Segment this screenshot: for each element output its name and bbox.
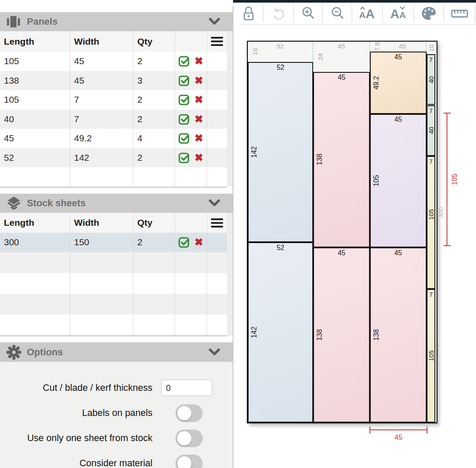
- stock-sheet-diagram[interactable]: 16 52 52 142 52 142 24 45 45 138 45 138 …: [247, 41, 437, 423]
- labels-on-panels-toggle[interactable]: [175, 404, 203, 422]
- svg-text:A: A: [390, 7, 399, 21]
- panel-7x105[interactable]: 7 105: [427, 289, 435, 422]
- cell-qty[interactable]: 2: [133, 52, 175, 71]
- delete-row-icon[interactable]: ✖: [194, 114, 203, 124]
- cell-width[interactable]: 45: [70, 71, 133, 91]
- cell-length[interactable]: 52: [0, 148, 70, 168]
- ruler-icon: [450, 5, 469, 22]
- cell-width[interactable]: 7: [70, 110, 133, 129]
- stock-table-gutter: [227, 213, 233, 336]
- cell-width[interactable]: 150: [70, 233, 133, 252]
- delete-row-icon[interactable]: ✖: [194, 56, 203, 66]
- one-sheet-toggle[interactable]: [175, 429, 203, 447]
- cell-width[interactable]: 142: [70, 148, 133, 168]
- panels-section-header[interactable]: Panels: [0, 12, 233, 31]
- delete-row-icon[interactable]: ✖: [194, 94, 203, 105]
- panel-45x138[interactable]: 45 138: [313, 247, 370, 422]
- undo-button[interactable]: [270, 5, 287, 22]
- zoom-in-button[interactable]: [300, 5, 316, 22]
- labels-on-panels-label: Labels on panels: [0, 408, 152, 419]
- confirm-row-button[interactable]: [178, 94, 190, 105]
- table-row-empty[interactable]: [0, 315, 227, 335]
- cutlist-optimizer-app: { "sidebar": { "panels_section": { "titl…: [0, 0, 476, 468]
- delete-row-icon[interactable]: ✖: [194, 75, 203, 86]
- decrease-font-button[interactable]: A A: [389, 5, 408, 22]
- cell-length[interactable]: 40: [0, 110, 70, 129]
- panel-45x105-selected[interactable]: 45 105: [370, 114, 427, 247]
- table-row: 40 7 2 ✖: [0, 110, 227, 129]
- stock-section-header[interactable]: Stock sheets: [0, 194, 233, 213]
- cut-column: 16 52 52 142 52 142: [248, 42, 313, 422]
- confirm-row-button[interactable]: [178, 133, 190, 144]
- panel-45x138[interactable]: 45 138: [313, 72, 370, 247]
- stock-sheets-icon: [6, 195, 22, 211]
- chevron-down-icon[interactable]: [208, 198, 221, 208]
- stock-section-title: Stock sheets: [27, 198, 208, 209]
- cell-length[interactable]: 138: [0, 71, 70, 91]
- cell-qty[interactable]: 2: [133, 233, 175, 252]
- consider-material-toggle[interactable]: [175, 455, 203, 468]
- panels-menu-button[interactable]: [207, 31, 227, 52]
- delete-row-icon[interactable]: ✖: [194, 237, 203, 247]
- table-row: 138 45 3 ✖: [0, 71, 227, 91]
- panel-45x49.2[interactable]: 45 49.2: [370, 52, 427, 114]
- table-row-empty[interactable]: [0, 294, 227, 315]
- confirm-row-button[interactable]: [178, 75, 190, 86]
- cell-length[interactable]: 45: [0, 129, 70, 148]
- check-icon: [178, 152, 190, 163]
- lock-button[interactable]: [240, 5, 257, 22]
- panel-7x40[interactable]: 7 40: [427, 105, 435, 156]
- colors-button[interactable]: [420, 5, 437, 22]
- ruler-button[interactable]: [450, 5, 469, 22]
- cell-qty[interactable]: 3: [133, 71, 175, 91]
- confirm-row-button[interactable]: [178, 114, 190, 125]
- cell-qty[interactable]: 2: [133, 90, 175, 110]
- zoom-in-icon: [300, 5, 316, 22]
- cell-length[interactable]: 105: [0, 90, 70, 110]
- panel-height-label: 138: [372, 329, 380, 341]
- cell-qty[interactable]: 2: [133, 110, 175, 129]
- panel-width-label: 45: [314, 74, 369, 81]
- panel-45x138[interactable]: 45 138: [370, 247, 427, 422]
- table-row-empty[interactable]: [0, 252, 227, 273]
- increase-font-button[interactable]: A A: [358, 5, 376, 22]
- toolbar-separator: [352, 5, 352, 22]
- cell-qty[interactable]: 2: [133, 148, 175, 168]
- palette-icon: [420, 5, 437, 22]
- kerf-input[interactable]: [161, 380, 212, 396]
- column-header-qty: Qty: [133, 213, 175, 233]
- panel-width-label: 52: [249, 244, 312, 252]
- chevron-down-icon[interactable]: [208, 348, 221, 357]
- cell-length[interactable]: 300: [0, 233, 70, 252]
- panel-width-label: 52: [249, 64, 312, 72]
- table-row-empty[interactable]: [0, 167, 227, 187]
- cell-qty[interactable]: 4: [133, 129, 175, 148]
- delete-row-icon[interactable]: ✖: [194, 133, 203, 143]
- stock-menu-button[interactable]: [207, 213, 227, 233]
- chevron-down-icon[interactable]: [208, 17, 221, 26]
- table-row-empty[interactable]: [0, 273, 227, 294]
- confirm-row-button[interactable]: [178, 55, 190, 67]
- cell-width[interactable]: 49.2: [70, 129, 133, 148]
- delete-row-icon[interactable]: ✖: [194, 153, 203, 163]
- panel-52x142[interactable]: 52 142: [248, 242, 313, 422]
- options-section-header[interactable]: Options: [0, 342, 233, 362]
- panels-icon: [6, 14, 22, 29]
- panel-7x40[interactable]: 7 40: [427, 54, 435, 105]
- hamburger-menu-icon: [211, 36, 223, 46]
- panel-7x105[interactable]: 7 105: [427, 156, 435, 289]
- confirm-row-button[interactable]: [178, 237, 190, 248]
- cell-width[interactable]: 45: [70, 52, 133, 71]
- cell-width[interactable]: 7: [70, 90, 133, 110]
- waste-height-label: 24: [317, 53, 324, 61]
- cut-column: 7.8 45 45 49.2 45 105 45 138: [370, 42, 427, 422]
- waste-sliver: [435, 42, 437, 422]
- cell-length[interactable]: 105: [0, 52, 70, 71]
- increase-font-icon: A A: [358, 5, 376, 22]
- waste-area: 7.8 45: [370, 42, 427, 52]
- confirm-row-button[interactable]: [178, 152, 190, 163]
- zoom-out-button[interactable]: [329, 5, 346, 22]
- panel-width-label: 45: [371, 116, 426, 124]
- panel-height-label: 105: [427, 351, 434, 361]
- panel-52x142[interactable]: 52 142: [248, 62, 313, 242]
